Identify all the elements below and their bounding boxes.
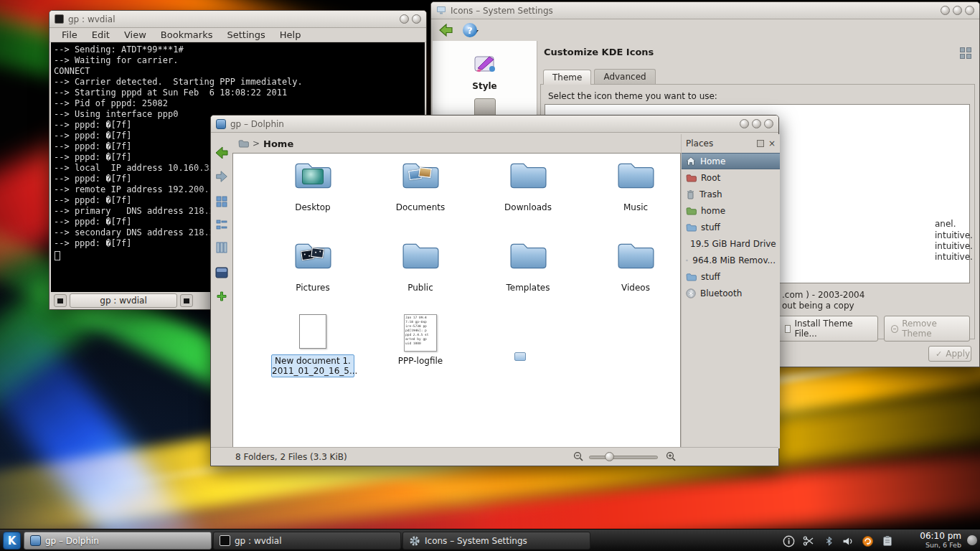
details-view-button[interactable]: [213, 239, 230, 256]
settings-minimize-button[interactable]: [941, 6, 950, 15]
document-icon: [785, 325, 791, 333]
folder-templates[interactable]: Templates: [474, 240, 582, 293]
photo-thumb: [418, 167, 431, 178]
zoom-slider-handle[interactable]: [605, 452, 614, 461]
icons-view-button[interactable]: [213, 193, 230, 210]
bluetooth-tray-icon[interactable]: [822, 534, 835, 547]
menu-settings[interactable]: Settings: [220, 29, 271, 40]
file-preview-text: Jan 17 09:4 7:18 gp-Asp ire-5738 pp pd[1…: [405, 315, 436, 347]
file-row: Pictures Public Templates: [259, 240, 689, 293]
notifications-icon[interactable]: [782, 534, 795, 547]
menu-file[interactable]: File: [55, 29, 84, 40]
folder-icon: [686, 223, 697, 232]
menu-edit[interactable]: Edit: [85, 29, 116, 40]
menu-help[interactable]: Help: [273, 29, 308, 40]
dolphin-minimize-button[interactable]: [740, 119, 749, 128]
install-theme-button[interactable]: Install Theme File...: [778, 316, 878, 342]
launcher-button[interactable]: K: [3, 532, 21, 550]
breadcrumb-root-icon[interactable]: [238, 139, 249, 148]
place-stuff[interactable]: stuff: [682, 219, 780, 235]
plus-icon: [216, 291, 227, 302]
place-removable-drive[interactable]: 964.8 MiB Remov...: [682, 252, 780, 268]
place-bluetooth[interactable]: Bluetooth: [682, 285, 780, 301]
help-button[interactable]: ?: [463, 23, 479, 37]
folder-icon: [686, 273, 697, 281]
menu-bookmarks[interactable]: Bookmarks: [154, 29, 220, 40]
folder-videos[interactable]: Videos: [582, 240, 689, 293]
compact-view-button[interactable]: [213, 216, 230, 233]
panel-cashew-icon[interactable]: [967, 535, 977, 545]
task-wvdial[interactable]: gp : wvdial: [213, 532, 401, 550]
folder-icon: [293, 240, 332, 274]
folder-public[interactable]: Public: [367, 240, 474, 293]
zoom-out-icon[interactable]: [573, 451, 584, 462]
dolphin-maximize-button[interactable]: [752, 119, 761, 128]
back-button[interactable]: [213, 144, 230, 161]
place-hard-drive[interactable]: 19.5 GiB Hard Drive: [682, 235, 780, 252]
back-icon: [214, 145, 230, 161]
help-icon: ?: [463, 23, 477, 37]
folder-desktop[interactable]: Desktop: [259, 159, 367, 212]
add-button[interactable]: [213, 288, 230, 305]
tab-advanced[interactable]: Advanced: [594, 69, 655, 84]
file-view[interactable]: Desktop Documents Downloads: [232, 153, 681, 448]
folder-documents[interactable]: Documents: [367, 159, 474, 212]
terminal-titlebar[interactable]: gp : wvdial: [50, 11, 426, 28]
trash-icon: [686, 189, 695, 199]
sidebar-item-style[interactable]: Style: [433, 41, 537, 91]
folder-downloads[interactable]: Downloads: [474, 159, 582, 212]
tab-theme[interactable]: Theme: [543, 70, 591, 85]
place-home-folder[interactable]: home: [682, 202, 780, 219]
back-icon[interactable]: [437, 22, 454, 38]
settings-titlebar[interactable]: Icons – System Settings: [431, 2, 979, 19]
menu-view[interactable]: View: [118, 29, 153, 40]
volume-icon[interactable]: [841, 534, 854, 547]
folder-music[interactable]: Music: [582, 159, 689, 212]
task-system-settings[interactable]: Icons – System Settings: [402, 532, 590, 550]
zoom-slider-track[interactable]: [589, 456, 658, 459]
bluetooth-icon: [686, 288, 696, 298]
terminal-minimize-button[interactable]: [400, 14, 409, 24]
status-summary: 8 Folders, 2 Files (3.3 KiB): [235, 452, 347, 462]
overview-grid-icon[interactable]: [959, 47, 972, 60]
apply-button[interactable]: ✓ Apply: [928, 346, 971, 362]
check-icon: ✓: [936, 349, 942, 359]
updates-icon[interactable]: [861, 534, 874, 547]
place-trash[interactable]: Trash: [682, 186, 780, 202]
folder-pictures[interactable]: Pictures: [259, 240, 367, 293]
folder-icon: [509, 159, 547, 194]
close-panel-icon[interactable]: ×: [768, 140, 776, 147]
theme-list-text-fragment: intuitive.: [935, 230, 973, 240]
breadcrumb: > Home: [232, 134, 681, 153]
settings-maximize-button[interactable]: [953, 6, 962, 15]
klipper-icon[interactable]: [802, 534, 815, 547]
device-notifier-icon[interactable]: [881, 534, 894, 547]
dolphin-window-icon: [216, 119, 226, 129]
settings-close-button[interactable]: [965, 6, 974, 15]
task-dolphin[interactable]: gp – Dolphin: [24, 532, 212, 550]
detach-panel-icon[interactable]: [757, 140, 764, 147]
settings-window-controls: [941, 6, 974, 15]
split-view-button[interactable]: [213, 264, 230, 281]
zoom-in-icon[interactable]: [666, 451, 677, 462]
theme-list-text-fragment: intuitive.: [935, 241, 973, 251]
file-ppp-logfile[interactable]: Jan 17 09:4 7:18 gp-Asp ire-5738 pp pd[1…: [367, 314, 474, 377]
dolphin-titlebar[interactable]: gp – Dolphin: [211, 116, 778, 133]
file-new-document[interactable]: New document 1. 2011_01_20_16_5...: [259, 314, 367, 377]
close-tab-button[interactable]: [180, 294, 193, 307]
place-home[interactable]: Home: [682, 153, 780, 169]
place-stuff-2[interactable]: stuff: [682, 268, 780, 285]
terminal-window-controls: [400, 14, 421, 24]
forward-button[interactable]: [213, 168, 230, 185]
blank-document-icon: [293, 314, 332, 350]
place-root[interactable]: Root: [682, 169, 780, 186]
terminal-window-icon: [55, 14, 64, 24]
clock[interactable]: 06:10 pm Sun, 6 Feb: [920, 531, 961, 550]
terminal-close-button[interactable]: [412, 14, 421, 24]
dolphin-close-button[interactable]: [764, 119, 773, 128]
breadcrumb-home[interactable]: Home: [263, 138, 293, 149]
remove-theme-button[interactable]: Remove Theme: [884, 316, 970, 342]
new-tab-button[interactable]: [54, 294, 67, 307]
terminal-tab[interactable]: gp : wvdial: [70, 293, 177, 308]
new-tab-icon: [57, 298, 64, 304]
